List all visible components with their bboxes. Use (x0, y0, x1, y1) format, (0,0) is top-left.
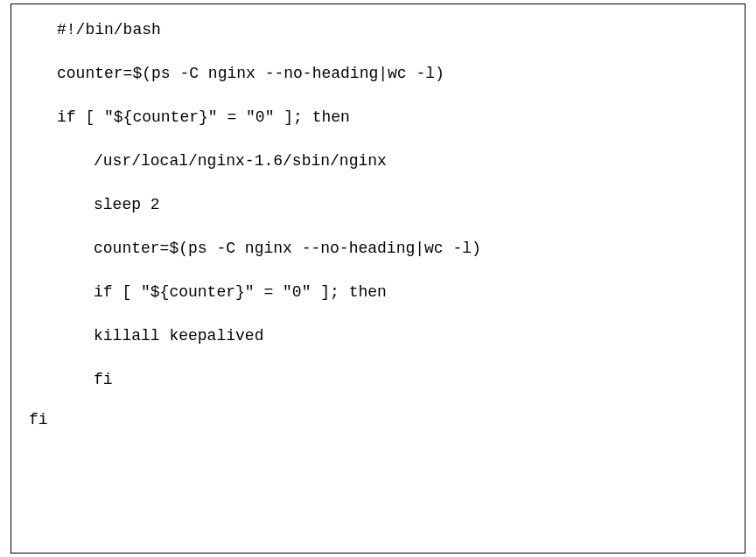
code-line-if-inner: if [ "${counter}" = "0" ]; then (11, 284, 745, 300)
code-line-fi-inner: fi (11, 372, 745, 387)
code-line-counter-assign-2: counter=$(ps -C nginx --no-heading|wc -l… (11, 240, 745, 256)
code-block: #!/bin/bash counter=$(ps -C nginx --no-h… (10, 3, 746, 554)
code-line-sleep: sleep 2 (11, 197, 745, 212)
code-line-fi-outer: fi (11, 412, 745, 428)
code-line-counter-assign: counter=$(ps -C nginx --no-heading|wc -l… (11, 66, 745, 81)
code-line-nginx-path: /usr/local/nginx-1.6/sbin/nginx (11, 153, 745, 169)
code-line-shebang: #!/bin/bash (11, 22, 745, 38)
code-line-if-outer: if [ "${counter}" = "0" ]; then (11, 109, 745, 125)
code-line-killall: killall keepalived (11, 328, 745, 344)
